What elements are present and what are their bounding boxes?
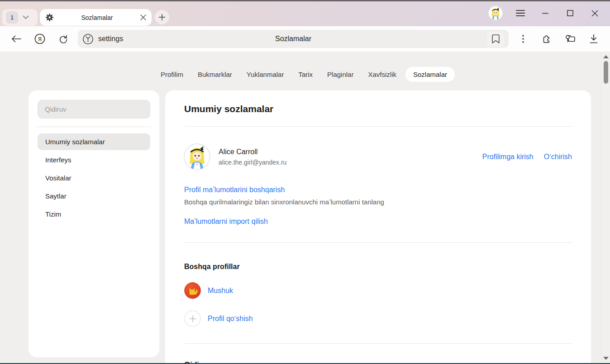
add-profile-link[interactable]: Profil qoʻshish <box>208 315 253 323</box>
minimize-icon <box>542 12 548 14</box>
more-options-button[interactable] <box>511 29 535 48</box>
extensions-puzzle-icon <box>541 33 552 44</box>
plus-icon <box>158 14 166 21</box>
tab-profilim[interactable]: Profilim <box>155 67 189 82</box>
tab-bukmarklar[interactable]: Bukmarklar <box>192 67 238 82</box>
tab-plaginlar[interactable]: Plaginlar <box>322 67 359 82</box>
sidebar-item-umumiy-sozlamalar[interactable]: Umumiy sozlamalar <box>38 133 150 150</box>
yandex-home-button[interactable]: Я <box>28 29 52 48</box>
sidebar-item-tizim[interactable]: Tizim <box>38 206 150 222</box>
tab-counter-button[interactable]: 1 <box>2 9 38 26</box>
download-icon <box>589 34 598 44</box>
divider <box>184 242 572 243</box>
window-controls <box>483 1 610 25</box>
manage-profile-data-link[interactable]: Profil maʼlumotlarini boshqarish <box>184 186 572 194</box>
window-close-button[interactable] <box>582 3 607 24</box>
scrollbar-arrow-down-icon[interactable] <box>601 355 610 362</box>
tab-count-badge: 1 <box>6 11 18 24</box>
sync-description: Boshqa qurilmalaringiz bilan sinxronlanu… <box>184 198 572 206</box>
extensions-button[interactable] <box>535 29 558 48</box>
sidebar-item-vositalar[interactable]: Vositalar <box>38 170 150 186</box>
import-data-link[interactable]: Maʼlumotlarni import qilish <box>184 217 572 226</box>
cat-avatar <box>184 282 201 299</box>
sidebar-item-saytlar[interactable]: Saytlar <box>38 188 150 204</box>
add-profile-row[interactable]: Profil qoʻshish <box>184 310 572 327</box>
bookmark-icon <box>492 34 500 44</box>
menu-icon <box>516 10 525 16</box>
maximize-icon <box>567 10 573 16</box>
sidebar-item-interfeys[interactable]: Interfeys <box>38 151 150 168</box>
other-profile-row[interactable]: Mushuk <box>184 282 572 299</box>
current-profile-row: Alice Carroll alice.the.girl@yandex.ru P… <box>184 144 572 170</box>
passwords-key-icon <box>564 33 576 44</box>
settings-main-panel: Umumiy sozlamalar <box>165 90 591 363</box>
passwords-button[interactable] <box>558 29 582 48</box>
profile-email: alice.the.girl@yandex.ru <box>219 159 286 166</box>
address-bar[interactable]: settings Sozlamalar <box>78 30 509 48</box>
maximize-button[interactable] <box>558 3 582 24</box>
scrollbar-arrow-up-icon[interactable] <box>601 53 610 60</box>
new-tab-button[interactable] <box>155 10 169 24</box>
browser-window: 1 Sozlamalar <box>0 0 610 364</box>
tab-yuklanmalar[interactable]: Yuklanmalar <box>241 67 290 82</box>
login-profile-link[interactable]: Profilimga kirish <box>482 153 534 161</box>
search-section-heading: Qidiruv <box>184 360 572 363</box>
close-icon <box>591 10 598 17</box>
address-page-title: Sozlamalar <box>78 35 509 43</box>
bookmark-button[interactable] <box>487 31 504 47</box>
minimize-button[interactable] <box>533 3 558 24</box>
downloads-button[interactable] <box>582 29 605 48</box>
yandex-logo-icon: Я <box>34 33 45 44</box>
browser-profile-avatar[interactable] <box>483 3 508 24</box>
page-scrollbar[interactable] <box>601 52 610 363</box>
settings-search-input[interactable] <box>38 100 150 118</box>
profile-name: Alice Carroll <box>219 148 286 156</box>
other-profiles-heading: Boshqa profillar <box>184 263 572 271</box>
browser-menu-button[interactable] <box>508 3 533 24</box>
sidebar-divider <box>37 127 151 127</box>
scrollbar-thumb[interactable] <box>604 61 608 84</box>
delete-profile-link[interactable]: Oʻchirish <box>544 153 572 161</box>
kebab-menu-icon <box>522 35 524 43</box>
address-value[interactable]: settings <box>98 35 123 43</box>
chevron-down-icon <box>23 15 29 19</box>
tab-sozlamalar[interactable]: Sozlamalar <box>405 67 455 82</box>
plus-icon <box>189 315 196 322</box>
browser-toolbar: Я settings Sozl <box>0 26 610 52</box>
settings-sidebar: Umumiy sozlamalar Interfeys Vositalar Sa… <box>29 90 159 357</box>
tab-xavfsizlik[interactable]: Xavfsizlik <box>362 67 402 82</box>
back-arrow-icon <box>11 35 21 43</box>
profile-avatar <box>184 144 210 170</box>
divider <box>184 343 572 344</box>
tab-title: Sozlamalar <box>54 14 140 21</box>
add-profile-circle <box>184 310 201 327</box>
page-title: Umumiy sozlamalar <box>184 104 572 114</box>
protect-icon[interactable] <box>82 33 94 45</box>
settings-nav-tabs: Profilim Bukmarklar Yuklanmalar Tarix Pl… <box>0 52 610 82</box>
tab-close-icon[interactable] <box>140 14 146 20</box>
divider <box>184 126 572 127</box>
svg-text:Я: Я <box>38 36 42 43</box>
other-profile-link[interactable]: Mushuk <box>208 287 233 295</box>
reload-icon <box>58 34 68 44</box>
reload-button[interactable] <box>52 29 75 48</box>
gear-icon <box>45 13 54 22</box>
user-avatar <box>488 6 503 20</box>
settings-page: Profilim Bukmarklar Yuklanmalar Tarix Pl… <box>0 52 610 363</box>
tab-tarix[interactable]: Tarix <box>293 67 318 82</box>
back-button[interactable] <box>5 29 28 48</box>
title-bar: 1 Sozlamalar <box>0 0 610 26</box>
active-browser-tab[interactable]: Sozlamalar <box>40 9 152 26</box>
